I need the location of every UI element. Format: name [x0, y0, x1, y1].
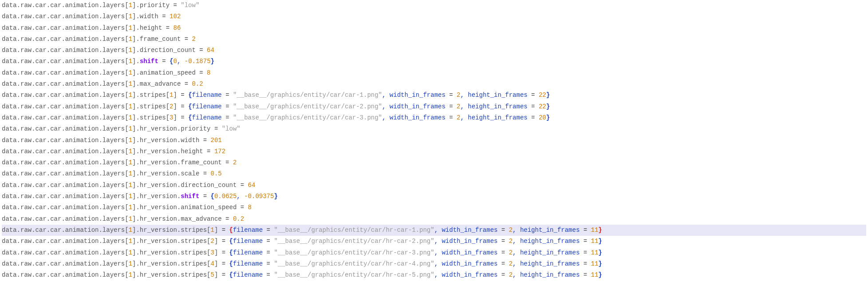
key-filename: filename	[233, 260, 263, 267]
bracket-close: ]	[174, 91, 181, 99]
key-width-in-frames: , width_in_frames	[434, 226, 498, 234]
code-viewer: data.raw.car.car.animation.layers[1].pri…	[0, 0, 868, 282]
stripe-index: 2	[170, 103, 173, 110]
bracket-close: ]	[214, 271, 222, 278]
code-line: data.raw.car.car.animation.layers[1].hr_…	[2, 247, 866, 258]
property-name: .hr_version.stripes[	[136, 271, 210, 278]
equals-operator: =	[225, 215, 233, 222]
layer-index: 1	[129, 215, 132, 222]
layer-index: 1	[129, 170, 132, 177]
shift-keyword: shift	[140, 58, 158, 65]
property-name: .hr_version.stripes[	[136, 249, 210, 256]
key-height-in-frames: , height_in_frames	[513, 260, 580, 267]
equals-operator: =	[199, 47, 207, 54]
brace-close: }	[598, 249, 602, 256]
code-line: data.raw.car.car.animation.layers[1].ani…	[2, 68, 866, 79]
brace-close: }	[546, 91, 550, 99]
brace-close: }	[598, 260, 602, 267]
code-line: data.raw.car.car.animation.layers[1].fra…	[2, 34, 866, 45]
brace-close: }	[598, 226, 602, 234]
equals-operator: =	[528, 103, 539, 110]
equals-operator: =	[528, 114, 539, 121]
code-line: data.raw.car.car.animation.layers[1].hr_…	[2, 146, 866, 157]
equals-operator: =	[580, 271, 591, 278]
key-width-in-frames: , width_in_frames	[382, 103, 446, 110]
code-line: data.raw.car.car.animation.layers[1].str…	[2, 112, 866, 123]
equals-operator: =	[222, 91, 233, 99]
key-width-in-frames: , width_in_frames	[434, 271, 498, 278]
equals-operator: =	[241, 204, 248, 211]
code-line: data.raw.car.car.animation.layers[1].pri…	[2, 0, 866, 11]
property-name: .width	[136, 13, 162, 20]
number-value: 2	[509, 249, 513, 256]
equals-operator: =	[446, 103, 457, 110]
equals-operator: =	[222, 103, 233, 110]
key-filename: filename	[192, 103, 222, 110]
code-line: data.raw.car.car.animation.layers[1].hr_…	[2, 168, 866, 179]
equals-operator: =	[185, 80, 192, 87]
layer-index: 1	[129, 24, 132, 32]
equals-operator: =	[214, 125, 222, 132]
property-name: .hr_version.animation_speed	[136, 204, 240, 211]
code-path: data.raw.car.car.animation.layers[	[2, 148, 129, 155]
comma: ,	[237, 193, 244, 200]
key-height-in-frames: , height_in_frames	[513, 226, 580, 234]
equals-operator: =	[222, 238, 229, 245]
stripe-index: 4	[211, 260, 214, 267]
property-name: .hr_version.stripes[	[136, 260, 210, 267]
code-path: data.raw.car.car.animation.layers[	[2, 114, 129, 121]
code-line: data.raw.car.car.animation.layers[1].shi…	[2, 56, 866, 67]
property-name: .hr_version.frame_count	[136, 159, 225, 166]
string-value: "low"	[222, 125, 241, 132]
equals-operator: =	[173, 2, 181, 9]
equals-operator: =	[166, 24, 174, 32]
property-name: .priority	[136, 2, 173, 9]
equals-operator: =	[263, 238, 274, 245]
code-path: data.raw.car.car.animation.layers[	[2, 125, 129, 132]
code-line: data.raw.car.car.animation.layers[1].str…	[2, 90, 866, 101]
brace-open: {	[188, 91, 192, 99]
brace-open: {	[229, 249, 233, 256]
brace-open: {	[229, 238, 233, 245]
equals-operator: =	[528, 91, 539, 99]
property-name: .stripes[	[136, 114, 170, 121]
equals-operator: =	[263, 226, 274, 234]
number-value: 22	[539, 91, 546, 99]
property-name: .hr_version.direction_count	[136, 182, 240, 189]
code-path: data.raw.car.car.animation.layers[	[2, 103, 129, 110]
layer-index: 1	[129, 2, 132, 9]
code-line: data.raw.car.car.animation.layers[1].hr_…	[2, 236, 866, 247]
bracket-close: ]	[214, 260, 222, 267]
equals-operator: =	[446, 114, 457, 121]
equals-operator: =	[497, 260, 509, 267]
brace-close: }	[598, 271, 602, 278]
stripe-index: 1	[170, 91, 173, 99]
equals-operator: =	[203, 170, 211, 177]
brace-open: {	[188, 114, 192, 121]
layer-index: 1	[129, 58, 132, 65]
equals-operator: =	[162, 13, 170, 20]
key-width-in-frames: , width_in_frames	[382, 114, 446, 121]
key-width-in-frames: , width_in_frames	[434, 249, 498, 256]
layer-index: 1	[129, 238, 132, 245]
property-name: .hr_version.priority	[136, 125, 214, 132]
equals-operator: =	[497, 238, 509, 245]
key-width-in-frames: , width_in_frames	[434, 238, 498, 245]
key-filename: filename	[233, 271, 263, 278]
number-value: 2	[509, 271, 513, 278]
code-path: data.raw.car.car.animation.layers[	[2, 36, 129, 43]
equals-operator: =	[222, 260, 229, 267]
property-name: .stripes[	[136, 103, 170, 110]
brace-open: {	[229, 226, 233, 234]
number-value: 11	[591, 271, 599, 278]
code-path: data.raw.car.car.animation.layers[	[2, 260, 129, 267]
equals-operator: =	[222, 226, 229, 234]
string-value: "__base__/graphics/entity/car/car-2.png"	[233, 103, 382, 110]
brace-close: }	[546, 103, 550, 110]
number-value: 2	[509, 260, 513, 267]
code-line: data.raw.car.car.animation.layers[1].hr_…	[2, 191, 866, 202]
code-line: data.raw.car.car.animation.layers[1].hr_…	[2, 225, 866, 236]
property-name: .frame_count	[136, 36, 184, 43]
code-path: data.raw.car.car.animation.layers[	[2, 13, 129, 20]
code-line: data.raw.car.car.animation.layers[1].hr_…	[2, 258, 866, 270]
